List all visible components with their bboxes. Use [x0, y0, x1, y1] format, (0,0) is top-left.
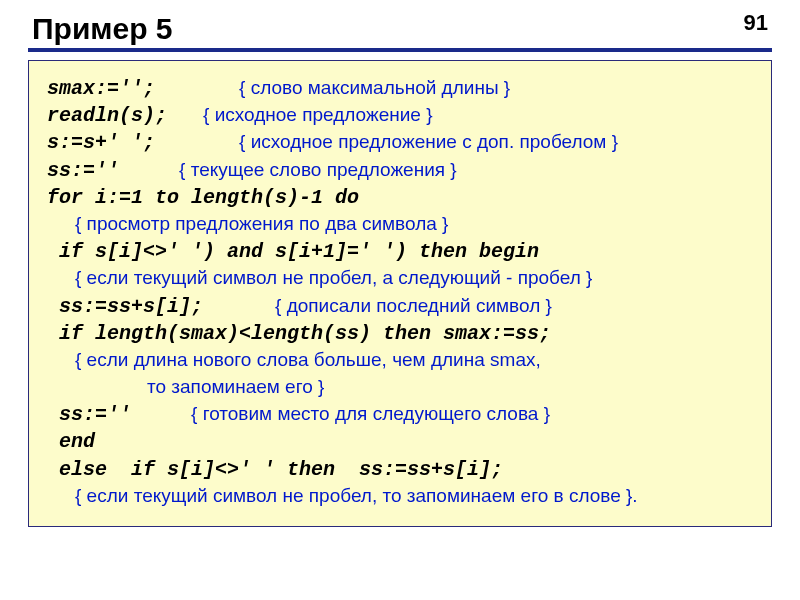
code: else if s[i]<>' ' then ss:=ss+s[i];: [47, 458, 503, 481]
code-line: if length(smax)<length(ss) then smax:=ss…: [47, 320, 753, 347]
code-line: readln(s); { исходное предложение }: [47, 102, 753, 129]
code-line: ss:='' { текущее слово предложения }: [47, 157, 753, 184]
comment-line: { если текущий символ не пробел, а следу…: [47, 265, 753, 292]
code: ss:='': [47, 159, 119, 182]
slide: 91 Пример 5 smax:=''; { слово максимальн…: [0, 0, 800, 600]
comment: { готовим место для следующего слова }: [191, 403, 550, 424]
code-line: ss:='' { готовим место для следующего сл…: [47, 401, 753, 428]
comment: { если длина нового слова больше, чем дл…: [75, 349, 541, 370]
code-line: ss:=ss+s[i]; { дописали последний символ…: [47, 293, 753, 320]
code-listing: smax:=''; { слово максимальной длины } r…: [28, 60, 772, 527]
code: ss:='': [47, 403, 131, 426]
code-line: if s[i]<>' ') and s[i+1]=' ') then begin: [47, 238, 753, 265]
code: end: [47, 430, 95, 453]
code: smax:='';: [47, 77, 155, 100]
comment: то запоминаем его }: [147, 376, 324, 397]
comment: { если текущий символ не пробел, то запо…: [75, 485, 638, 506]
comment-line: { если текущий символ не пробел, то запо…: [47, 483, 753, 510]
code: for i:=1 to length(s)-1 do: [47, 186, 359, 209]
comment-line: то запоминаем его }: [47, 374, 753, 401]
page-title: Пример 5: [28, 12, 772, 46]
code: s:=s+' ';: [47, 131, 155, 154]
comment: { если текущий символ не пробел, а следу…: [75, 267, 592, 288]
code: ss:=ss+s[i];: [47, 295, 203, 318]
code: readln(s);: [47, 104, 167, 127]
code-line: end: [47, 428, 753, 455]
comment-line: { если длина нового слова больше, чем дл…: [47, 347, 753, 374]
comment: { просмотр предложения по два символа }: [75, 213, 448, 234]
code-line: smax:=''; { слово максимальной длины }: [47, 75, 753, 102]
code-line: else if s[i]<>' ' then ss:=ss+s[i];: [47, 456, 753, 483]
comment: { исходное предложение }: [203, 104, 432, 125]
comment: { текущее слово предложения }: [179, 159, 457, 180]
code-line: for i:=1 to length(s)-1 do: [47, 184, 753, 211]
comment: { слово максимальной длины }: [239, 77, 510, 98]
code: if length(smax)<length(ss) then smax:=ss…: [47, 322, 551, 345]
comment: { дописали последний символ }: [275, 295, 552, 316]
page-number: 91: [744, 10, 768, 36]
comment: { исходное предложение с доп. пробелом }: [239, 131, 618, 152]
code: if s[i]<>' ') and s[i+1]=' ') then begin: [47, 240, 539, 263]
code-line: s:=s+' '; { исходное предложение с доп. …: [47, 129, 753, 156]
comment-line: { просмотр предложения по два символа }: [47, 211, 753, 238]
title-rule: [28, 48, 772, 52]
